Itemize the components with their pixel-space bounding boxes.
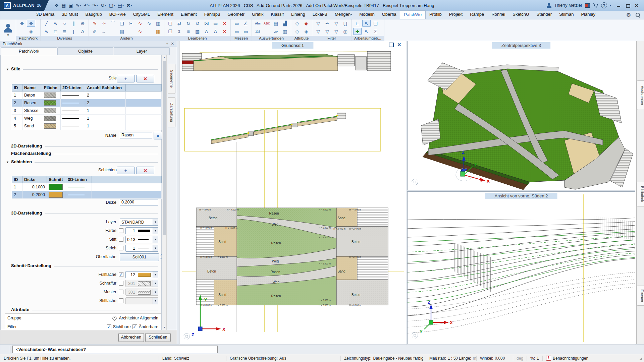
sichtbare-checkbox[interactable] <box>107 324 111 329</box>
viewport-grundriss[interactable]: Grundriss:1 ✕ <box>179 41 406 344</box>
schraffur-select[interactable]: 301 ▼ <box>125 280 158 287</box>
account-caret-icon[interactable]: ▼ <box>7 34 10 37</box>
trim-icon[interactable]: → <box>100 28 108 35</box>
viewport-splitter-horizontal[interactable] <box>407 190 635 191</box>
section-3d-darstellung[interactable]: 3D-Darstellung <box>1 210 161 217</box>
ruler2-icon[interactable]: ▭ <box>232 28 241 35</box>
col-dicke[interactable]: Dicke <box>22 176 47 183</box>
resize-grip[interactable]: ◢ <box>640 357 642 360</box>
beam-icon[interactable]: ▥ <box>154 20 162 27</box>
panel-splitter[interactable] <box>177 41 179 344</box>
tools-icon[interactable]: ✖▾ <box>125 2 133 8</box>
freehand-icon[interactable]: ∿ <box>42 28 51 35</box>
gruppe-value[interactable]: Architektur Allgemein <box>119 316 158 320</box>
document-edit-icon[interactable]: ✎▾ <box>75 2 83 8</box>
table-row[interactable]: 1Beton 2 <box>12 92 162 99</box>
report-icon[interactable]: ▥ <box>281 28 289 35</box>
tag-icon[interactable]: ◇ <box>293 20 301 27</box>
menu-tab-bcf-vie[interactable]: BCF-Vie <box>106 10 129 19</box>
viewport-grundriss-title[interactable]: Grundriss:1 <box>272 42 313 49</box>
strich-checkbox[interactable] <box>119 246 123 250</box>
eraser-icon[interactable]: ✎ <box>91 20 99 27</box>
funnel-box-icon[interactable]: ▽ <box>332 28 340 35</box>
fuellflaeche-checkbox[interactable] <box>119 272 123 277</box>
collapse-triangle-icon[interactable]: ▼ <box>6 161 9 164</box>
tab-layer[interactable]: Layer <box>114 47 170 55</box>
close-button[interactable]: ✕ <box>635 4 639 7</box>
tag-x-icon[interactable]: ◈ <box>302 28 310 35</box>
close-dialog-button[interactable]: Schließen <box>145 333 171 342</box>
tag2-icon[interactable]: ◇ <box>293 28 301 35</box>
status-ueberschreibung[interactable]: Grafische Überschreibung:Aus <box>226 356 341 361</box>
tab-objekte[interactable]: Objekte <box>57 47 113 55</box>
viewport-ansicht-title[interactable]: Ansicht von vorne, Süden:2 <box>485 193 557 199</box>
move-icon[interactable]: ⇄ <box>175 20 183 27</box>
sidetab-darstellung[interactable]: Darstellung <box>168 97 175 127</box>
point-icon[interactable]: ⊕ <box>78 20 87 27</box>
viewport-splitter[interactable] <box>406 41 407 344</box>
col-3dlinien[interactable]: 3D-Linien <box>66 176 92 183</box>
section-2d-darstellung[interactable]: 2D-Darstellung <box>1 143 161 149</box>
viewport-ansicht[interactable]: Ansicht von vorne, Süden:2 Z X Y <box>407 191 635 344</box>
minimize-button[interactable] <box>616 4 621 7</box>
delete-icon[interactable]: ✕ <box>220 20 229 27</box>
chevron-down-icon[interactable]: ▼ <box>153 236 158 243</box>
menu-tab-lokal-b[interactable]: Lokal-B <box>309 10 331 19</box>
col-anzahl[interactable]: Anzahl Schichten <box>85 84 126 92</box>
scroll-down-icon[interactable]: ▼ <box>162 325 166 330</box>
circle-icon[interactable]: ○ <box>60 20 69 27</box>
viewport-close-icon[interactable]: ✕ <box>397 43 401 47</box>
chevron-down-icon[interactable]: ▼ <box>153 228 158 234</box>
menu-tab-planlay[interactable]: Planlay <box>577 10 599 19</box>
window-icon[interactable]: ❏ <box>371 20 380 27</box>
schichten-delete-button[interactable]: ✕ <box>136 167 154 174</box>
collapse-triangle-icon[interactable]: ▼ <box>6 68 9 71</box>
axis-xyz-icon[interactable]: ✚ <box>353 28 362 35</box>
sidebar-tab-assistenten[interactable]: Assistenten <box>637 80 644 110</box>
hatch-icon[interactable]: ≣ <box>60 28 69 35</box>
table-row[interactable]: 3Strasse 1 <box>12 107 162 115</box>
menu-tab-element[interactable]: Element <box>177 10 201 19</box>
funnel2-icon[interactable]: ▽ <box>314 28 322 35</box>
name-input[interactable] <box>120 132 152 138</box>
status-prozent[interactable]: %:1 <box>527 356 543 361</box>
curve-icon[interactable]: ∫ <box>69 28 78 35</box>
menu-tab-linieng[interactable]: Linieng <box>287 10 309 19</box>
erase-icon[interactable]: ✕ <box>220 28 229 35</box>
numbers-icon[interactable]: 123 <box>254 28 262 35</box>
status-massstab[interactable]: Maßstab:1 : 50 <box>426 356 455 361</box>
cancel-button[interactable]: Abbrechen <box>118 333 144 342</box>
panel-close-icon[interactable]: ✕ <box>171 42 174 46</box>
duplicate-icon[interactable]: ❐ <box>166 28 174 35</box>
frame-icon[interactable]: ▭ <box>211 20 220 27</box>
scrollbar-thumb[interactable] <box>163 61 166 235</box>
oberflaeche-button[interactable]: Soil001 <box>120 253 159 261</box>
stile-delete-button[interactable]: ✕ <box>136 75 154 82</box>
copy-icon[interactable]: ❏ <box>166 20 174 27</box>
table-row[interactable]: 5Sand 1 <box>12 122 162 130</box>
panel-pin-icon[interactable]: ⌖ <box>166 42 168 46</box>
menu-tab-oberfl-[interactable]: Oberflä <box>378 10 400 19</box>
panel-scrollbar[interactable]: ▲ ▼ <box>162 55 167 330</box>
funnel-icon[interactable]: ▽ <box>314 20 322 27</box>
chevron-down-icon[interactable]: ▼ <box>153 272 158 278</box>
tab-patchwork[interactable]: PatchWork <box>1 47 57 55</box>
rotate-icon[interactable]: ↻ <box>184 20 193 27</box>
list-icon[interactable]: ▤ <box>272 20 280 27</box>
viewport-perspektive-title[interactable]: Zentralperspektive:3 <box>492 42 550 49</box>
mirror2-icon[interactable]: ∆ <box>202 28 211 35</box>
account-avatar-icon[interactable] <box>4 24 12 33</box>
parallel-lines-icon[interactable]: ∥ <box>69 20 78 27</box>
menu-tab-st-nder[interactable]: Ständer <box>533 10 555 19</box>
help-icon[interactable]: ? <box>601 2 607 8</box>
menu-tab-3d-must[interactable]: 3D Must <box>58 10 82 19</box>
patchwork-edit-icon[interactable]: ❖ <box>27 20 35 27</box>
store-icon[interactable] <box>585 3 590 8</box>
navigation-compass-icon[interactable] <box>412 332 418 338</box>
user-name[interactable]: Thierry Metzler <box>554 3 582 8</box>
scroll-up-icon[interactable]: ▲ <box>162 55 166 60</box>
menu-tab-modelln[interactable]: Modelln <box>356 10 378 19</box>
table-row[interactable]: 1 0.1000 <box>12 183 162 191</box>
sidebar-tab-ebenen[interactable]: Ebenen <box>637 286 644 306</box>
section-attribute[interactable]: Attribute <box>1 307 161 313</box>
